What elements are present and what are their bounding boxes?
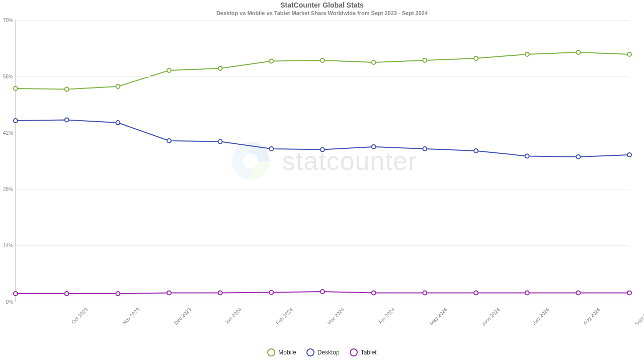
data-point[interactable]: [372, 291, 376, 295]
legend-label: Tablet: [361, 349, 377, 356]
data-point[interactable]: [269, 291, 273, 295]
x-tick-label: Oct 2023: [70, 307, 89, 325]
data-point[interactable]: [525, 154, 529, 158]
data-point[interactable]: [167, 68, 171, 72]
data-point[interactable]: [14, 119, 18, 123]
data-point[interactable]: [372, 60, 376, 64]
data-point[interactable]: [474, 291, 478, 295]
chart-svg: [16, 20, 629, 302]
x-tick-label: Apr 2024: [377, 307, 395, 325]
y-tick-label: 70%: [3, 18, 13, 23]
chart-subtitle: Desktop vs Mobile vs Tablet Market Share…: [0, 10, 644, 16]
legend-item-tablet[interactable]: Tablet: [350, 348, 377, 356]
gridline: [16, 133, 629, 133]
y-tick-label: 14%: [3, 243, 13, 248]
data-point[interactable]: [576, 291, 580, 295]
legend-swatch-icon: [350, 348, 358, 356]
data-point[interactable]: [269, 59, 273, 63]
data-point[interactable]: [372, 145, 376, 149]
y-tick-label: 56%: [3, 74, 13, 79]
data-point[interactable]: [576, 155, 580, 159]
data-point[interactable]: [116, 84, 120, 88]
x-tick-label: Jan 2024: [224, 307, 243, 325]
legend-swatch-icon: [267, 348, 275, 356]
data-point[interactable]: [627, 291, 631, 295]
x-tick-label: Dec 2023: [173, 307, 192, 326]
x-tick-label: Feb 2024: [275, 307, 294, 326]
chart-container: StatCounter Global Stats Desktop vs Mobi…: [0, 0, 644, 362]
data-point[interactable]: [116, 121, 120, 125]
legend-label: Desktop: [317, 349, 340, 356]
data-point[interactable]: [423, 58, 427, 62]
data-point[interactable]: [474, 56, 478, 60]
x-tick-label: July 2024: [531, 307, 550, 326]
plot-area: statcounter: [15, 20, 629, 302]
data-point[interactable]: [65, 292, 69, 296]
legend: MobileDesktopTablet: [0, 348, 644, 358]
chart-title: StatCounter Global Stats: [0, 1, 644, 9]
data-point[interactable]: [320, 290, 325, 294]
data-point[interactable]: [218, 291, 222, 295]
data-point[interactable]: [65, 118, 69, 122]
x-tick-label: May 2024: [429, 307, 448, 326]
data-point[interactable]: [576, 50, 580, 54]
data-point[interactable]: [474, 149, 478, 153]
data-point[interactable]: [65, 87, 69, 92]
data-point[interactable]: [423, 291, 427, 295]
data-point[interactable]: [167, 139, 171, 143]
data-point[interactable]: [167, 291, 171, 295]
x-tick-label: Nov 2023: [122, 307, 141, 326]
data-point[interactable]: [218, 140, 222, 144]
data-point[interactable]: [627, 52, 631, 56]
x-tick-label: Sept 2024: [633, 307, 644, 327]
gridline: [16, 20, 629, 21]
legend-swatch-icon: [306, 348, 314, 356]
x-tick-label: Mar 2024: [326, 307, 345, 326]
data-point[interactable]: [14, 86, 18, 90]
data-point[interactable]: [423, 147, 427, 151]
data-point[interactable]: [627, 153, 631, 157]
legend-label: Mobile: [278, 349, 296, 356]
legend-item-mobile[interactable]: Mobile: [267, 348, 296, 356]
data-point[interactable]: [269, 147, 273, 151]
y-tick-label: 28%: [3, 187, 13, 192]
data-point[interactable]: [218, 66, 222, 70]
gridline: [16, 245, 629, 246]
x-tick-label: June 2024: [480, 307, 501, 327]
data-point[interactable]: [116, 292, 120, 296]
gridline: [16, 76, 629, 77]
y-tick-label: 0%: [6, 299, 13, 305]
gridline: [16, 189, 629, 190]
data-point[interactable]: [320, 148, 325, 152]
x-tick-label: Aug 2024: [582, 307, 601, 326]
y-tick-label: 42%: [3, 130, 13, 136]
data-point[interactable]: [525, 291, 529, 295]
data-point[interactable]: [14, 292, 18, 296]
data-point[interactable]: [525, 52, 529, 56]
data-point[interactable]: [320, 58, 325, 62]
legend-item-desktop[interactable]: Desktop: [306, 348, 340, 356]
